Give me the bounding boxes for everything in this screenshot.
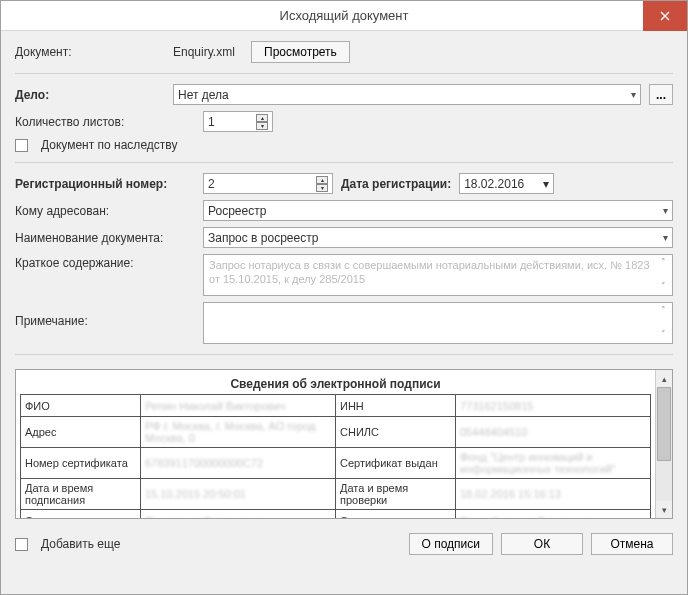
inherit-row: Документ по наследству xyxy=(15,138,673,152)
sheets-spinner[interactable]: ▴▾ xyxy=(256,114,268,130)
addressee-label: Кому адресован: xyxy=(15,204,195,218)
table-row: Статус подписиПодпись действительнаСтату… xyxy=(21,510,651,519)
inherit-label: Документ по наследству xyxy=(41,138,177,152)
sig-cell-value: Репин Николай Викторович xyxy=(141,395,336,417)
sig-cell-value: 15.10.2015 20:50:01 xyxy=(141,479,336,510)
case-row: Дело: Нет дела ▾ ... xyxy=(15,84,673,105)
reg-date-value: 18.02.2016 xyxy=(464,177,524,191)
ok-button[interactable]: ОК xyxy=(501,533,583,555)
case-browse-button[interactable]: ... xyxy=(649,84,673,105)
note-label: Примечание: xyxy=(15,302,195,328)
dialog-body: Документ: Enquiry.xml Просмотреть Дело: … xyxy=(1,31,687,594)
document-row: Документ: Enquiry.xml Просмотреть xyxy=(15,41,673,63)
reg-date-label: Дата регистрации: xyxy=(341,177,451,191)
table-row: Дата и время подписания15.10.2015 20:50:… xyxy=(21,479,651,510)
docname-label: Наименование документа: xyxy=(15,231,195,245)
sig-cell-label: СНИЛС xyxy=(336,417,456,448)
table-row: Номер сертификата6783911700000000C72Серт… xyxy=(21,448,651,479)
signature-scrollbar[interactable]: ▴ ▾ xyxy=(655,370,672,518)
addressee-select[interactable]: Росреестр ▾ xyxy=(203,200,673,221)
note-textarea[interactable]: ˄˅ xyxy=(203,302,673,344)
footer: Добавить еще О подписи ОК Отмена xyxy=(15,525,673,555)
table-row: АдресРФ г. Москва, г. Москва, АО город М… xyxy=(21,417,651,448)
case-value: Нет дела xyxy=(178,88,229,102)
signature-panel: Сведения об электронной подписи ФИОРепин… xyxy=(15,369,673,519)
reg-num-value: 2 xyxy=(208,177,215,191)
textarea-scroll[interactable]: ˄˅ xyxy=(656,305,670,341)
summary-row: Краткое содержание: Запрос нотариуса в с… xyxy=(15,254,673,296)
add-more-checkbox[interactable] xyxy=(15,538,28,551)
view-button[interactable]: Просмотреть xyxy=(251,41,350,63)
separator xyxy=(15,354,673,355)
inherit-checkbox[interactable] xyxy=(15,139,28,152)
sig-cell-value: 6783911700000000C72 xyxy=(141,448,336,479)
sig-cell-label: ИНН xyxy=(336,395,456,417)
sig-cell-value: 05448404510 xyxy=(456,417,651,448)
sig-cell-value: 18.02.2016 15:16:13 xyxy=(456,479,651,510)
sheets-value: 1 xyxy=(208,115,215,129)
sig-cell-value: Сертификат действителен xyxy=(456,510,651,519)
sig-cell-value: Фонд "Центр инноваций и информационных т… xyxy=(456,448,651,479)
summary-value: Запрос нотариуса в связи с совершаемыми … xyxy=(209,259,650,285)
titlebar: Исходящий документ xyxy=(1,1,687,31)
sig-cell-label: Номер сертификата xyxy=(21,448,141,479)
cancel-button[interactable]: Отмена xyxy=(591,533,673,555)
signature-table: ФИОРепин Николай ВикторовичИНН7731621508… xyxy=(20,394,651,518)
reg-date-input[interactable]: 18.02.2016 ▾ xyxy=(459,173,554,194)
summary-textarea[interactable]: Запрос нотариуса в связи с совершаемыми … xyxy=(203,254,673,296)
sig-cell-label: Адрес xyxy=(21,417,141,448)
docname-row: Наименование документа: Запрос в росреес… xyxy=(15,227,673,248)
document-filename: Enquiry.xml xyxy=(173,45,243,59)
sig-cell-value: Подпись действительна xyxy=(141,510,336,519)
chevron-down-icon: ▾ xyxy=(663,232,668,243)
textarea-scroll[interactable]: ˄˅ xyxy=(656,257,670,293)
about-signature-button[interactable]: О подписи xyxy=(409,533,493,555)
docname-select[interactable]: Запрос в росреестр ▾ xyxy=(203,227,673,248)
close-button[interactable] xyxy=(643,1,687,31)
scroll-down-icon[interactable]: ▾ xyxy=(656,501,672,518)
reg-num-input[interactable]: 2 ▴▾ xyxy=(203,173,333,194)
sig-cell-label: Статус подписи xyxy=(21,510,141,519)
scroll-up-icon[interactable]: ▴ xyxy=(656,370,672,387)
signature-title: Сведения об электронной подписи xyxy=(20,374,651,394)
summary-label: Краткое содержание: xyxy=(15,254,195,270)
sheets-row: Количество листов: 1 ▴▾ xyxy=(15,111,673,132)
sig-cell-label: ФИО xyxy=(21,395,141,417)
case-label: Дело: xyxy=(15,88,165,102)
note-row: Примечание: ˄˅ xyxy=(15,302,673,344)
docname-value: Запрос в росреестр xyxy=(208,231,318,245)
addressee-value: Росреестр xyxy=(208,204,266,218)
sig-cell-label: Дата и время подписания xyxy=(21,479,141,510)
sig-cell-label: Дата и время проверки xyxy=(336,479,456,510)
document-label: Документ: xyxy=(15,45,165,59)
sheets-label: Количество листов: xyxy=(15,115,195,129)
separator xyxy=(15,162,673,163)
chevron-down-icon: ▾ xyxy=(663,205,668,216)
window-title: Исходящий документ xyxy=(280,8,409,23)
chevron-down-icon: ▾ xyxy=(543,177,549,191)
separator xyxy=(15,73,673,74)
addressee-row: Кому адресован: Росреестр ▾ xyxy=(15,200,673,221)
table-row: ФИОРепин Николай ВикторовичИНН7731621508… xyxy=(21,395,651,417)
dialog-window: Исходящий документ Документ: Enquiry.xml… xyxy=(0,0,688,595)
reg-num-spinner[interactable]: ▴▾ xyxy=(316,176,328,192)
reg-row: Регистрационный номер: 2 ▴▾ Дата регистр… xyxy=(15,173,673,194)
chevron-down-icon: ▾ xyxy=(631,89,636,100)
sig-cell-label: Статус xyxy=(336,510,456,519)
sheets-input[interactable]: 1 ▴▾ xyxy=(203,111,273,132)
add-more-label: Добавить еще xyxy=(41,537,120,551)
sig-cell-label: Сертификат выдан xyxy=(336,448,456,479)
reg-num-label: Регистрационный номер: xyxy=(15,177,195,191)
case-select[interactable]: Нет дела ▾ xyxy=(173,84,641,105)
sig-cell-value: 773162150815 xyxy=(456,395,651,417)
sig-cell-value: РФ г. Москва, г. Москва, АО город Москва… xyxy=(141,417,336,448)
